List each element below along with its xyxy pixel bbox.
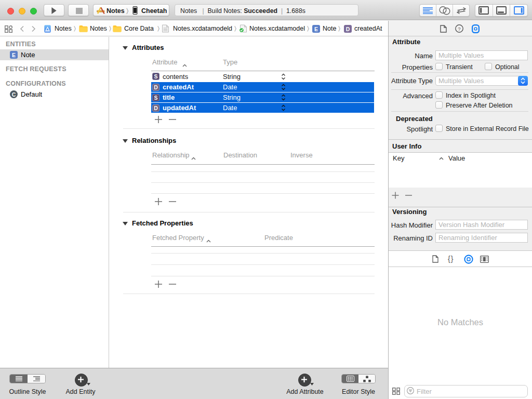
svg-text:?: ? xyxy=(458,26,460,32)
